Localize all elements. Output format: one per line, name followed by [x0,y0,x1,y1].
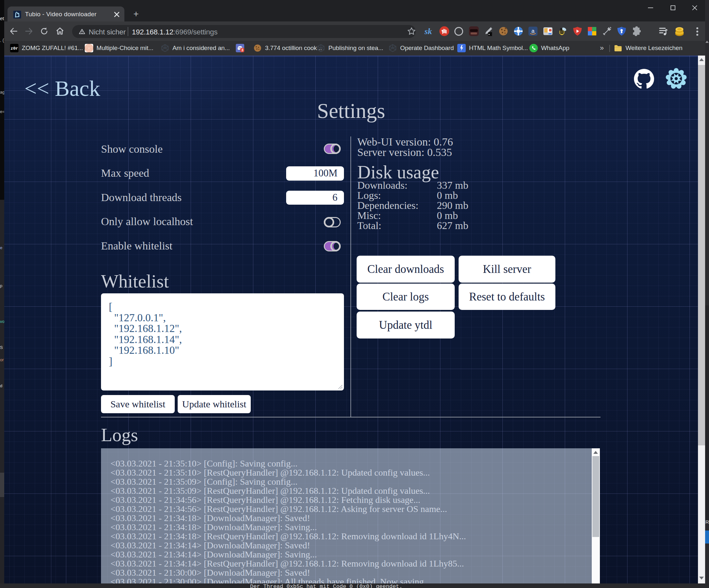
svg-text:a: a [531,28,534,34]
svg-text:z0r: z0r [10,46,18,51]
